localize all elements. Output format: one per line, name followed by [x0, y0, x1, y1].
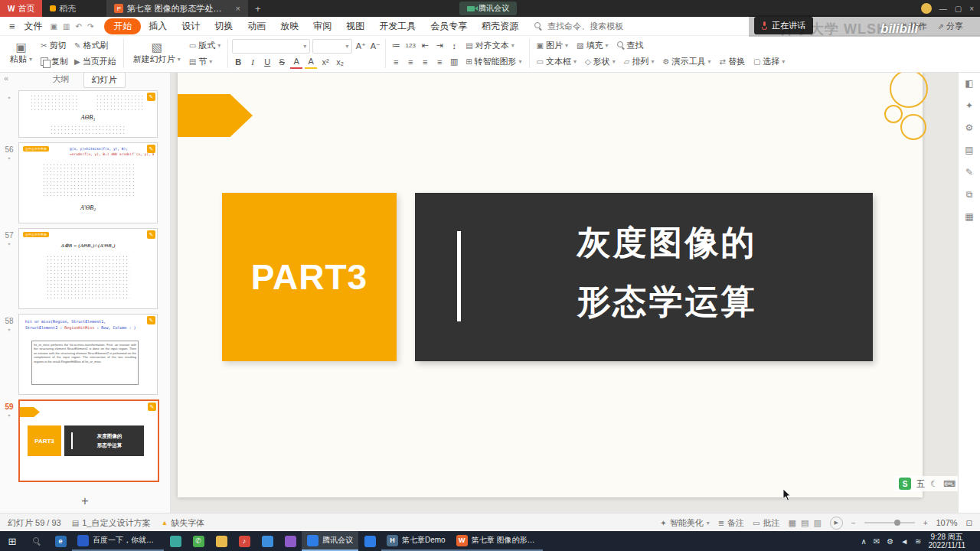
menu-member[interactable]: 会员专享: [423, 18, 474, 34]
menu-review[interactable]: 审阅: [306, 18, 338, 34]
redo-icon[interactable]: ↷: [87, 22, 93, 31]
align-center-button[interactable]: ≡: [404, 55, 416, 68]
panel-pages-icon[interactable]: ⧉: [966, 189, 973, 200]
collapse-panel-icon[interactable]: «: [4, 73, 8, 83]
taskbar-app-qq[interactable]: [256, 531, 279, 551]
command-search[interactable]: [534, 21, 639, 31]
zoom-in-button[interactable]: +: [923, 519, 928, 527]
tray-volume-icon[interactable]: ◄: [900, 537, 908, 546]
section-button[interactable]: ▤节▾: [186, 55, 224, 69]
menu-devtools[interactable]: 开发工具: [372, 18, 423, 34]
slide-thumbnail-59-selected[interactable]: PART3 灰度图像的 形态学运算 ✎: [18, 399, 159, 482]
panel-layout-icon[interactable]: ▤: [965, 145, 973, 155]
italic-button[interactable]: I: [247, 56, 259, 69]
task-demo[interactable]: H 第七章Demo: [381, 531, 451, 551]
paste-button[interactable]: ▣ 粘贴▾: [5, 37, 38, 70]
menu-view[interactable]: 视图: [339, 18, 371, 34]
reading-view-button[interactable]: ▥: [813, 518, 821, 528]
slide-thumbnail-58[interactable]: hit_or_miss(Region, StructElement1, Stru…: [18, 314, 158, 395]
panel-animation-icon[interactable]: ✦: [965, 100, 973, 111]
increase-font-button[interactable]: A⁺: [354, 40, 367, 53]
tray-expand-icon[interactable]: ∧: [861, 537, 866, 546]
missing-font-warning[interactable]: ▲ 缺失字体: [161, 517, 204, 529]
new-tab-button[interactable]: +: [248, 0, 268, 17]
menu-slideshow[interactable]: 放映: [273, 18, 305, 34]
beautify-button[interactable]: ✦ 智能美化 ▾: [660, 517, 709, 529]
zoom-out-button[interactable]: −: [851, 519, 856, 527]
taskbar-app-editor[interactable]: [279, 531, 302, 551]
slide-canvas[interactable]: PART3 灰度图像的 形态学运算 S 五 ☾ ⌨ ▯ ▦: [170, 69, 959, 513]
home-tab[interactable]: W 首页: [0, 0, 42, 17]
pennant-shape[interactable]: [178, 94, 253, 137]
numbered-list-button[interactable]: 123: [404, 39, 416, 52]
fill-button[interactable]: ▨填充▾: [573, 39, 611, 53]
superscript-button[interactable]: x²: [319, 56, 332, 69]
subscript-button[interactable]: x₂: [334, 56, 346, 69]
save-icon[interactable]: ▣: [51, 22, 57, 31]
taskbar-search-button[interactable]: [24, 531, 49, 551]
menu-transition[interactable]: 切换: [207, 18, 240, 34]
search-input[interactable]: [546, 21, 639, 31]
copy-button[interactable]: 复制: [38, 55, 71, 69]
wu-label[interactable]: 五: [916, 478, 925, 490]
menu-design[interactable]: 设计: [175, 18, 207, 34]
bold-button[interactable]: B: [232, 56, 244, 69]
minimize-button[interactable]: —: [939, 5, 947, 13]
taskbar-app-photos[interactable]: [164, 531, 187, 551]
add-slide-button[interactable]: +: [0, 494, 170, 508]
panel-settings-icon[interactable]: ⚙: [965, 122, 974, 133]
play-from-current-button[interactable]: ▶当页开始: [71, 55, 119, 69]
underline-button[interactable]: U: [261, 56, 273, 69]
taskbar-app-browser[interactable]: e: [49, 531, 72, 551]
zoom-slider[interactable]: [864, 522, 915, 523]
to-smart-graphic-button[interactable]: ⊞转智能图形▾: [462, 55, 524, 69]
menu-docer-resources[interactable]: 稻壳资源: [475, 18, 525, 34]
task-ppt[interactable]: W 第七章 图像的形态...: [451, 531, 543, 551]
strikethrough-button[interactable]: S: [276, 56, 288, 69]
highlight-button[interactable]: A: [305, 56, 317, 69]
panel-properties-icon[interactable]: ◧: [965, 78, 973, 89]
meeting-pill[interactable]: 腾讯会议: [459, 2, 517, 15]
format-painter-button[interactable]: ✎格式刷: [71, 39, 119, 53]
taskbar-app-wechat[interactable]: ✆: [187, 531, 210, 551]
find-button[interactable]: 查找: [614, 39, 647, 53]
slide-thumbnail-55[interactable]: AΘB₁ ✎: [18, 90, 158, 138]
textbox-button[interactable]: ▭文本框▾: [534, 55, 580, 69]
font-family-select[interactable]: ▾: [232, 39, 310, 54]
panel-edit-icon[interactable]: ✎: [965, 167, 973, 178]
align-right-button[interactable]: ≡: [419, 55, 431, 68]
close-tab-icon[interactable]: ×: [235, 4, 240, 13]
select-button[interactable]: ▢选择▾: [750, 55, 788, 69]
columns-button[interactable]: ▥: [448, 55, 460, 68]
part-label-box[interactable]: PART3: [222, 193, 397, 361]
design-scheme-button[interactable]: ▤ 1_自定义设计方案: [72, 517, 151, 529]
fit-to-window-button[interactable]: ⊡: [966, 519, 972, 527]
task-meeting[interactable]: 腾讯会议: [302, 531, 358, 551]
comments-button[interactable]: ▭ 批注: [753, 517, 779, 529]
replace-button[interactable]: ⇄替换: [717, 55, 748, 69]
bullet-list-button[interactable]: ≔: [390, 39, 402, 52]
layout-button[interactable]: ▭版式▾: [186, 39, 224, 53]
docer-tab[interactable]: 稻壳: [42, 0, 83, 17]
slide-59[interactable]: PART3 灰度图像的 形态学运算: [178, 71, 923, 497]
undo-icon[interactable]: ↶: [76, 22, 82, 31]
clock[interactable]: 9:28 周五 2022/11/11: [928, 533, 965, 549]
zoom-knob[interactable]: [894, 520, 900, 526]
increase-indent-button[interactable]: ⇥: [433, 39, 446, 52]
normal-view-button[interactable]: ▦: [789, 518, 796, 528]
tray-network-icon[interactable]: ≋: [915, 537, 921, 546]
print-icon[interactable]: ▥: [63, 22, 70, 31]
shape-button[interactable]: ◇形状▾: [582, 55, 619, 69]
hamburger-menu-icon[interactable]: ≡: [6, 21, 18, 32]
slideshow-play-button[interactable]: ▶: [830, 517, 843, 530]
arrange-button[interactable]: ▱排列▾: [621, 55, 658, 69]
align-left-button[interactable]: ≡: [390, 55, 402, 68]
cut-button[interactable]: ✂剪切: [38, 39, 71, 53]
tab-outline[interactable]: 大纲: [45, 72, 77, 88]
slide-thumbnail-57[interactable]: 击中击不中变换 A⊛B = (AΘB₁)∩(A′ΘB₂) ✎: [18, 228, 158, 309]
start-button[interactable]: ⊞: [0, 531, 24, 551]
zoom-level[interactable]: 107%: [936, 518, 957, 527]
menu-insert[interactable]: 插入: [142, 18, 174, 34]
keyboard-icon[interactable]: ⌨: [943, 479, 956, 489]
justify-button[interactable]: ≡: [433, 55, 446, 68]
